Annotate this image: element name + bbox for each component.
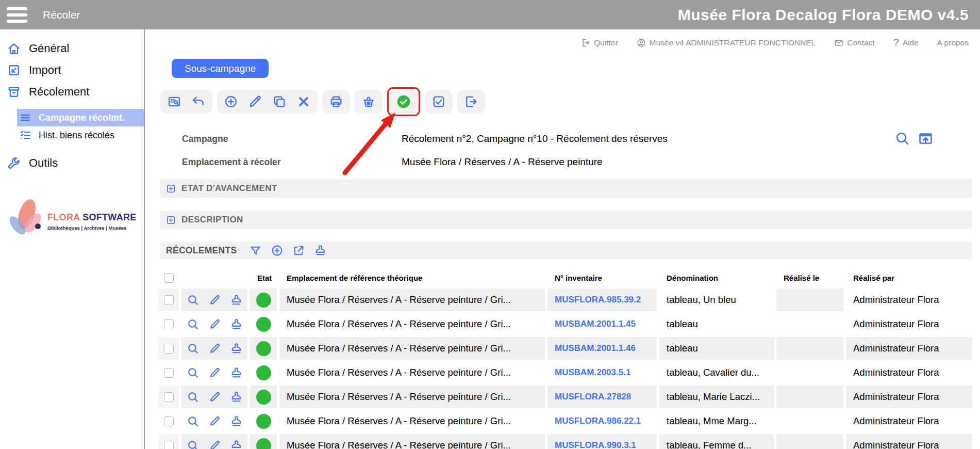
hamburger-menu-icon[interactable]	[7, 7, 27, 23]
add-recolement-button[interactable]	[271, 244, 284, 257]
edit-button[interactable]	[208, 366, 221, 379]
edit-button[interactable]	[208, 294, 221, 307]
delete-button[interactable]	[296, 94, 311, 109]
section-title: ETAT D'AVANCEMENT	[181, 183, 277, 194]
view-button[interactable]	[187, 342, 200, 355]
stamp-button[interactable]	[230, 415, 243, 428]
validate-button[interactable]	[396, 94, 411, 109]
quitter-link[interactable]: Quitter	[581, 38, 618, 47]
table-row: Musée Flora / Réserves / A - Réserve pei…	[158, 337, 973, 360]
stamp-icon	[230, 366, 243, 379]
export-button[interactable]	[464, 94, 478, 109]
section-etat-avancement[interactable]: ETAT D'AVANCEMENT	[160, 179, 972, 198]
col-realise-par: Réalisé par	[846, 274, 972, 282]
view-button[interactable]	[187, 366, 200, 379]
stamp-icon	[314, 244, 327, 257]
check-all-button[interactable]	[431, 94, 446, 109]
expand-plus-icon[interactable]	[166, 215, 176, 225]
view-button[interactable]	[187, 415, 200, 428]
flora-software-logo: FLORA SOFTWARE Bibliothèques | Archives …	[0, 191, 144, 253]
sidebar-item-import[interactable]: Import	[0, 59, 144, 81]
row-checkbox[interactable]	[164, 295, 174, 305]
filter-button[interactable]	[249, 244, 262, 257]
logo-dot	[35, 223, 41, 229]
view-button[interactable]	[187, 294, 200, 307]
topbar-menu-label: Récoler	[43, 9, 80, 21]
stamp-button[interactable]	[230, 391, 243, 404]
sidebar-item-recolement[interactable]: Récolement	[0, 81, 144, 103]
contact-link[interactable]: Contact	[834, 38, 874, 47]
row-checkbox[interactable]	[164, 344, 174, 354]
sidebar-item-general[interactable]: Général	[0, 38, 144, 59]
aide-link[interactable]: ? Aide	[893, 37, 919, 49]
row-inventaire-link[interactable]: MUSFLORA.986.22.1	[547, 410, 657, 432]
row-checkbox[interactable]	[164, 392, 174, 402]
row-inventaire-link[interactable]: MUSBAM.2001.1.46	[547, 337, 657, 360]
open-external-button[interactable]	[292, 244, 305, 257]
row-checkbox[interactable]	[164, 441, 174, 449]
col-emplacement: Emplacement de référence théorique	[279, 274, 545, 282]
table-row: Musée Flora / Réserves / A - Réserve pei…	[158, 386, 973, 408]
search-icon	[187, 294, 200, 307]
edit-button[interactable]	[208, 439, 221, 449]
tab-sous-campagne[interactable]: Sous-campagne	[172, 59, 269, 78]
stamp-button[interactable]	[314, 244, 327, 257]
expand-plus-icon[interactable]	[166, 184, 176, 194]
sidebar-item-label: Import	[29, 63, 61, 77]
basket-button[interactable]	[361, 94, 376, 109]
search-icon	[894, 131, 910, 147]
sidebar-item-label: Campagne récolmt.	[39, 113, 125, 123]
basket-icon	[361, 94, 376, 109]
view-button[interactable]	[187, 318, 200, 331]
select-all-checkbox[interactable]	[164, 273, 174, 283]
row-denomination: tableau, Femme d...	[659, 434, 774, 449]
edit-button[interactable]	[208, 342, 221, 355]
row-inventaire-link[interactable]: MUSBAM.2003.5.1	[547, 361, 657, 384]
stamp-button[interactable]	[230, 294, 243, 307]
row-inventaire-link[interactable]: MUSBAM.2001.1.45	[547, 313, 657, 335]
row-denomination: tableau, Mme Marg...	[659, 410, 774, 432]
edit-button[interactable]	[248, 94, 262, 109]
col-etat: Etat	[250, 274, 277, 282]
copy-button[interactable]	[272, 94, 287, 109]
stamp-icon	[230, 439, 243, 449]
toolbar	[160, 87, 485, 116]
add-button[interactable]	[224, 94, 238, 109]
stamp-button[interactable]	[230, 318, 243, 331]
edit-button[interactable]	[208, 391, 221, 404]
undo-icon	[191, 94, 206, 109]
wrench-icon	[7, 156, 21, 170]
sidebar-item-hist-biens-recoles[interactable]: Hist. biens récolés	[17, 126, 144, 144]
stamp-button[interactable]	[230, 439, 243, 449]
print-button[interactable]	[329, 94, 343, 109]
user-menu[interactable]: Musée v4 ADMINISTRATEUR FONCTIONNEL	[637, 38, 816, 47]
search-button[interactable]	[894, 131, 910, 147]
a-propos-link[interactable]: A propos	[937, 38, 969, 47]
col-inventaire: N° inventaire	[547, 274, 657, 282]
field-emplacement: Emplacement à récoler Musée Flora / Rése…	[182, 155, 603, 169]
row-inventaire-link[interactable]: MUSFLORA.27828	[547, 386, 657, 408]
row-realise-par: Administrateur Flora	[846, 410, 972, 432]
pencil-icon	[248, 94, 262, 109]
open-window-button[interactable]	[918, 131, 934, 147]
list-search-button[interactable]	[167, 94, 181, 109]
row-checkbox[interactable]	[164, 368, 174, 378]
row-checkbox[interactable]	[164, 319, 174, 329]
view-button[interactable]	[187, 439, 200, 449]
view-button[interactable]	[187, 391, 200, 404]
stamp-button[interactable]	[230, 366, 243, 379]
row-checkbox[interactable]	[164, 416, 174, 426]
edit-button[interactable]	[208, 318, 221, 331]
plus-circle-icon	[224, 94, 238, 109]
sidebar-item-campagne-recolement[interactable]: Campagne récolmt.	[17, 109, 144, 126]
section-description[interactable]: DESCRIPTION	[160, 211, 972, 229]
stamp-button[interactable]	[230, 342, 243, 355]
undo-button[interactable]	[191, 94, 206, 109]
pencil-icon	[208, 391, 221, 404]
row-inventaire-link[interactable]: MUSFLORA.985.39.2	[547, 288, 657, 311]
edit-button[interactable]	[208, 415, 221, 428]
row-inventaire-link[interactable]: MUSFLORA.990.3.1	[547, 434, 657, 449]
section-title: DESCRIPTION	[181, 215, 243, 225]
sidebar-item-outils[interactable]: Outils	[0, 152, 144, 174]
status-green-dot	[256, 341, 271, 356]
